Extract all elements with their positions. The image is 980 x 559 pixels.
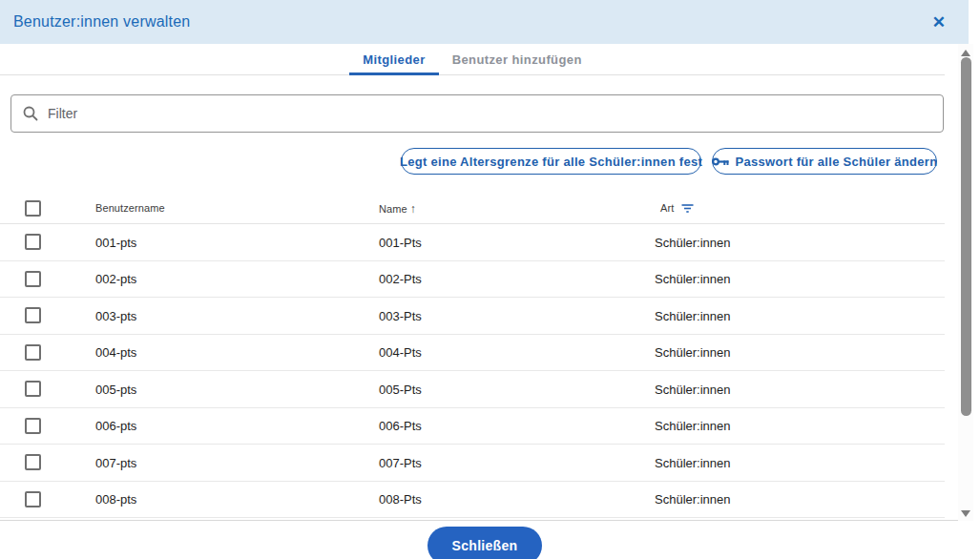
row-checkbox[interactable]: [25, 418, 41, 434]
cell-benutzername: 002-pts: [95, 272, 136, 286]
change-password-label: Passwort für alle Schüler ändern: [736, 155, 938, 169]
schliessen-button[interactable]: Schließen: [427, 527, 542, 559]
row-checkbox[interactable]: [25, 491, 41, 507]
search-icon: [23, 106, 38, 121]
table-body: 001-pts 001-Pts Schüler:innen 002-pts 00…: [0, 224, 945, 518]
table-row[interactable]: 003-pts 003-Pts Schüler:innen: [0, 298, 945, 335]
row-checkbox[interactable]: [25, 307, 41, 323]
change-password-button[interactable]: Passwort für alle Schüler ändern: [712, 148, 937, 175]
tab-benutzer-hinzufuegen[interactable]: Benutzer hinzufügen: [439, 44, 595, 74]
cell-benutzername: 008-pts: [95, 492, 136, 507]
cell-art: Schüler:innen: [655, 308, 731, 322]
cell-name: 003-Pts: [379, 308, 422, 322]
scroll-down-icon[interactable]: [961, 510, 970, 517]
column-header-art[interactable]: Art: [660, 202, 694, 214]
table-row[interactable]: 005-pts 005-Pts Schüler:innen: [0, 371, 945, 408]
cell-name: 007-Pts: [379, 455, 422, 469]
cell-name: 008-Pts: [379, 492, 422, 507]
table-header-row: Benutzername Name ↑ Art: [0, 191, 945, 224]
scroll-up-icon[interactable]: [961, 50, 970, 56]
sort-asc-icon: ↑: [410, 202, 416, 216]
tab-mitglieder[interactable]: Mitglieder: [349, 44, 438, 74]
cell-art: Schüler:innen: [655, 492, 731, 507]
cell-benutzername: 006-pts: [95, 419, 136, 433]
row-checkbox[interactable]: [25, 381, 41, 397]
table-row[interactable]: 007-pts 007-Pts Schüler:innen: [0, 445, 945, 482]
cell-benutzername: 001-pts: [95, 235, 136, 249]
manage-users-dialog: Benutzer:innen verwalten ✕ Mitglieder Be…: [0, 0, 980, 559]
row-checkbox[interactable]: [25, 454, 41, 470]
table-row[interactable]: 006-pts 006-Pts Schüler:innen: [0, 408, 945, 445]
cell-art: Schüler:innen: [655, 419, 731, 433]
table-row[interactable]: 001-pts 001-Pts Schüler:innen: [0, 224, 945, 261]
dialog-title: Benutzer:innen verwalten: [13, 13, 190, 31]
cell-benutzername: 003-pts: [95, 308, 136, 322]
select-all-checkbox[interactable]: [25, 200, 41, 217]
row-checkbox[interactable]: [25, 271, 41, 287]
filter-field[interactable]: [10, 94, 944, 133]
cell-name: 004-Pts: [379, 345, 422, 360]
column-header-name[interactable]: Name ↑: [379, 202, 416, 216]
row-checkbox[interactable]: [25, 234, 41, 250]
footer-divider: [0, 520, 969, 521]
cell-art: Schüler:innen: [655, 235, 731, 249]
tab-label: Benutzer hinzufügen: [452, 52, 582, 67]
cell-art: Schüler:innen: [655, 382, 731, 396]
cell-name: 006-Pts: [379, 419, 422, 433]
cell-name: 001-Pts: [379, 235, 422, 249]
tab-label: Mitglieder: [363, 52, 425, 67]
table-row[interactable]: 002-pts 002-Pts Schüler:innen: [0, 261, 945, 299]
cell-art: Schüler:innen: [655, 455, 731, 469]
cell-benutzername: 004-pts: [95, 345, 136, 360]
cell-name: 005-Pts: [379, 382, 422, 396]
tab-bar: Mitglieder Benutzer hinzufügen: [0, 44, 945, 75]
table-row[interactable]: 008-pts 008-Pts Schüler:innen: [0, 482, 945, 519]
close-icon[interactable]: ✕: [932, 14, 946, 31]
cell-name: 002-Pts: [379, 272, 422, 286]
vertical-scrollbar[interactable]: [958, 44, 973, 521]
row-checkbox[interactable]: [25, 344, 41, 361]
dialog-header: Benutzer:innen verwalten ✕: [0, 0, 969, 44]
filter-input[interactable]: [48, 106, 931, 121]
column-header-benutzername[interactable]: Benutzername: [95, 202, 165, 214]
cell-benutzername: 007-pts: [95, 455, 136, 469]
scrollbar-thumb[interactable]: [961, 57, 971, 416]
set-age-limit-button[interactable]: Legt eine Altersgrenze für alle Schüler:…: [401, 148, 701, 175]
table-row[interactable]: 004-pts 004-Pts Schüler:innen: [0, 335, 945, 372]
set-age-limit-label: Legt eine Altersgrenze für alle Schüler:…: [400, 155, 702, 169]
filter-funnel-icon[interactable]: [681, 204, 694, 213]
cell-art: Schüler:innen: [655, 345, 731, 360]
key-icon: [712, 156, 729, 167]
cell-art: Schüler:innen: [655, 272, 731, 286]
cell-benutzername: 005-pts: [95, 382, 136, 396]
